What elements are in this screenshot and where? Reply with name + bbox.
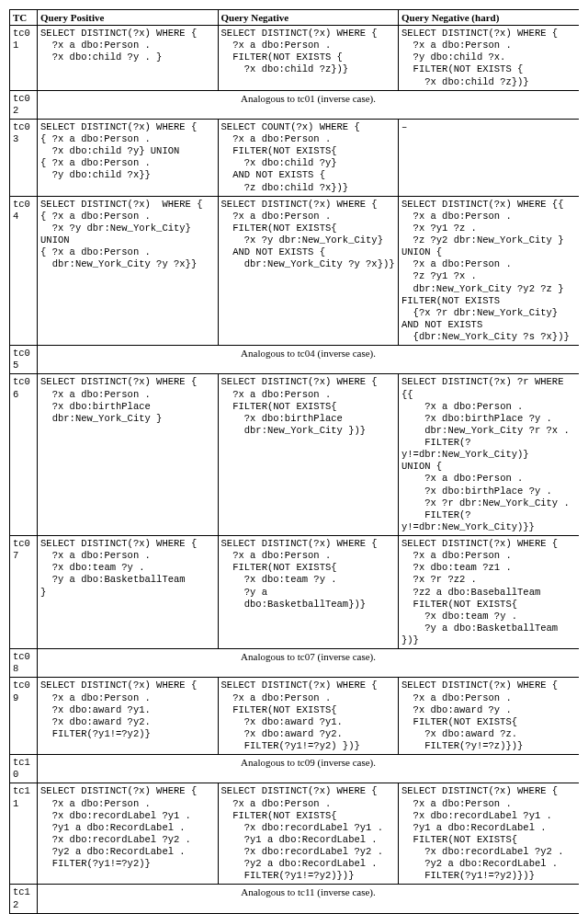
header-negh: Query Negative (hard) [399, 10, 580, 26]
query-negative: SELECT COUNT(?x) WHERE { ?x a dbo:Person… [218, 119, 398, 196]
query-positive: SELECT DISTINCT(?x) WHERE { ?x a dbo:Per… [38, 678, 218, 755]
query-negative: SELECT DISTINCT(?x) WHERE { ?x a dbo:Per… [218, 374, 398, 536]
query-positive: SELECT DISTINCT(?x) WHERE { ?x a dbo:Per… [38, 26, 218, 91]
query-positive: SELECT DISTINCT(?x) WHERE { { ?x a dbo:P… [38, 196, 218, 346]
tc-cell: tc09 [10, 678, 38, 755]
table-row: tc05 Analogous to tc04 (inverse case). [10, 346, 580, 374]
tc-cell: tc01 [10, 26, 38, 91]
query-negative: SELECT DISTINCT(?x) WHERE { ?x a dbo:Per… [218, 26, 398, 91]
tc-cell: tc11 [10, 783, 38, 885]
tc-cell: tc04 [10, 196, 38, 346]
query-negative-hard: SELECT DISTINCT(?x) WHERE {{ ?x a dbo:Pe… [399, 196, 580, 346]
table-row: tc10 Analogous to tc09 (inverse case). [10, 755, 580, 783]
tc-cell: tc12 [10, 885, 38, 913]
table-row: tc06 SELECT DISTINCT(?x) WHERE { ?x a db… [10, 374, 580, 536]
table-row: tc08 Analogous to tc07 (inverse case). [10, 649, 580, 678]
analog-cell: Analogous to tc09 (inverse case). [38, 755, 579, 783]
table-row: tc09 SELECT DISTINCT(?x) WHERE { ?x a db… [10, 678, 580, 755]
tc-cell: tc05 [10, 346, 38, 374]
table-row: tc12 Analogous to tc11 (inverse case). [10, 885, 580, 913]
query-positive: SELECT DISTINCT(?x) WHERE { ?x a dbo:Per… [38, 783, 218, 885]
query-positive: SELECT DISTINCT(?x) WHERE { { ?x a dbo:P… [38, 119, 218, 196]
query-negative: SELECT DISTINCT(?x) WHERE { ?x a dbo:Per… [218, 196, 398, 346]
query-positive: SELECT DISTINCT(?x) WHERE { ?x a dbo:Per… [38, 536, 218, 649]
query-negative-hard: SELECT DISTINCT(?x) WHERE { ?x a dbo:Per… [399, 783, 580, 885]
query-positive: SELECT DISTINCT(?x) WHERE { ?x a dbo:Per… [38, 374, 218, 536]
query-negative-hard: SELECT DISTINCT(?x) WHERE { ?x a dbo:Per… [399, 678, 580, 755]
query-negative-hard: SELECT DISTINCT(?x) ?r WHERE {{ ?x a dbo… [399, 374, 580, 536]
query-negative-hard: SELECT DISTINCT(?x) WHERE { ?x a dbo:Per… [399, 536, 580, 649]
tc-cell: tc02 [10, 90, 38, 119]
header-tc: TC [10, 10, 38, 26]
table-row: tc07 SELECT DISTINCT(?x) WHERE { ?x a db… [10, 536, 580, 649]
header-row: TC Query Positive Query Negative Query N… [10, 10, 580, 26]
table-row: tc03 SELECT DISTINCT(?x) WHERE { { ?x a … [10, 119, 580, 196]
query-negative-hard: – [399, 119, 580, 196]
analog-cell: Analogous to tc07 (inverse case). [38, 649, 579, 678]
tc-cell: tc06 [10, 374, 38, 536]
header-pos: Query Positive [38, 10, 218, 26]
tc-cell: tc08 [10, 649, 38, 678]
table-row: tc02 Analogous to tc01 (inverse case). [10, 90, 580, 119]
tc-cell: tc07 [10, 536, 38, 649]
analog-cell: Analogous to tc01 (inverse case). [38, 90, 579, 119]
query-negative: SELECT DISTINCT(?x) WHERE { ?x a dbo:Per… [218, 783, 398, 885]
analog-cell: Analogous to tc11 (inverse case). [38, 885, 579, 913]
sparql-query-table: TC Query Positive Query Negative Query N… [9, 9, 579, 914]
query-negative: SELECT DISTINCT(?x) WHERE { ?x a dbo:Per… [218, 678, 398, 755]
table-row: tc04 SELECT DISTINCT(?x) WHERE { { ?x a … [10, 196, 580, 346]
table-row: tc01 SELECT DISTINCT(?x) WHERE { ?x a db… [10, 26, 580, 91]
header-neg: Query Negative [218, 10, 398, 26]
query-negative: SELECT DISTINCT(?x) WHERE { ?x a dbo:Per… [218, 536, 398, 649]
query-negative-hard: SELECT DISTINCT(?x) WHERE { ?x a dbo:Per… [399, 26, 580, 91]
analog-cell: Analogous to tc04 (inverse case). [38, 346, 579, 374]
tc-cell: tc10 [10, 755, 38, 783]
tc-cell: tc03 [10, 119, 38, 196]
table-row: tc11 SELECT DISTINCT(?x) WHERE { ?x a db… [10, 783, 580, 885]
